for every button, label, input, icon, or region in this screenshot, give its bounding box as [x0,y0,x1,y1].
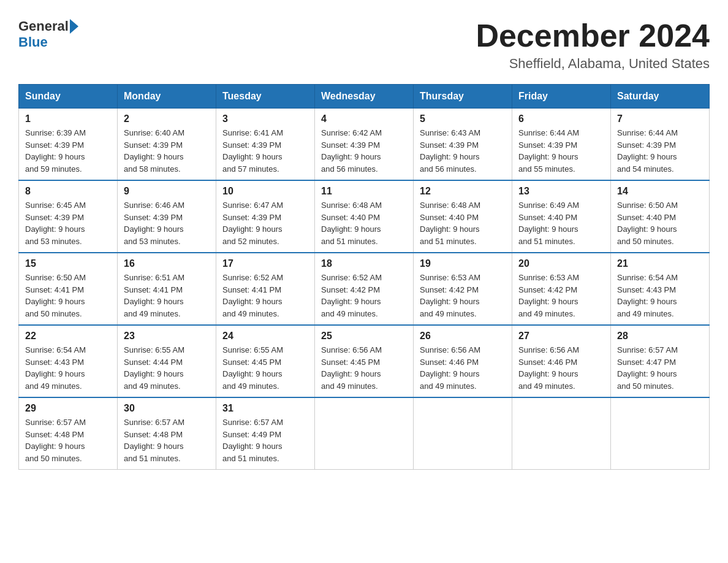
table-row: 5 Sunrise: 6:43 AM Sunset: 4:39 PM Dayli… [414,109,512,181]
day-info: Sunrise: 6:48 AM Sunset: 4:40 PM Dayligh… [321,201,382,246]
calendar-week-row: 8 Sunrise: 6:45 AM Sunset: 4:39 PM Dayli… [19,180,710,253]
table-row [611,397,710,470]
table-row: 22 Sunrise: 6:54 AM Sunset: 4:43 PM Dayl… [19,325,118,397]
table-row: 7 Sunrise: 6:44 AM Sunset: 4:39 PM Dayli… [611,109,710,181]
table-row: 21 Sunrise: 6:54 AM Sunset: 4:43 PM Dayl… [611,253,710,325]
table-row: 17 Sunrise: 6:52 AM Sunset: 4:41 PM Dayl… [216,253,315,325]
day-number: 30 [124,403,210,414]
day-info: Sunrise: 6:55 AM Sunset: 4:45 PM Dayligh… [222,345,283,391]
calendar-title: December 2024 [476,18,710,53]
col-saturday: Saturday [611,85,710,109]
day-info: Sunrise: 6:52 AM Sunset: 4:42 PM Dayligh… [321,273,382,318]
day-number: 2 [124,113,210,124]
table-row: 15 Sunrise: 6:50 AM Sunset: 4:41 PM Dayl… [19,253,118,325]
table-row: 20 Sunrise: 6:53 AM Sunset: 4:42 PM Dayl… [512,253,611,325]
table-row: 10 Sunrise: 6:47 AM Sunset: 4:39 PM Dayl… [216,180,315,253]
table-row: 12 Sunrise: 6:48 AM Sunset: 4:40 PM Dayl… [414,180,512,253]
table-row: 1 Sunrise: 6:39 AM Sunset: 4:39 PM Dayli… [19,109,118,181]
day-info: Sunrise: 6:41 AM Sunset: 4:39 PM Dayligh… [222,128,283,174]
table-row: 25 Sunrise: 6:56 AM Sunset: 4:45 PM Dayl… [315,325,414,397]
day-info: Sunrise: 6:43 AM Sunset: 4:39 PM Dayligh… [420,128,480,174]
day-info: Sunrise: 6:51 AM Sunset: 4:41 PM Dayligh… [124,273,184,318]
table-row: 11 Sunrise: 6:48 AM Sunset: 4:40 PM Dayl… [315,180,414,253]
table-row: 28 Sunrise: 6:57 AM Sunset: 4:47 PM Dayl… [611,325,710,397]
day-number: 18 [321,258,407,269]
calendar-subtitle: Sheffield, Alabama, United States [476,56,710,72]
title-block: December 2024 Sheffield, Alabama, United… [476,18,710,72]
day-number: 21 [617,258,703,269]
table-row: 23 Sunrise: 6:55 AM Sunset: 4:44 PM Dayl… [118,325,216,397]
table-row: 26 Sunrise: 6:56 AM Sunset: 4:46 PM Dayl… [414,325,512,397]
day-number: 23 [124,331,210,342]
calendar-header-row: Sunday Monday Tuesday Wednesday Thursday… [19,85,710,109]
day-info: Sunrise: 6:44 AM Sunset: 4:39 PM Dayligh… [617,128,678,174]
day-info: Sunrise: 6:56 AM Sunset: 4:46 PM Dayligh… [420,345,480,391]
day-info: Sunrise: 6:46 AM Sunset: 4:39 PM Dayligh… [124,201,184,246]
day-info: Sunrise: 6:54 AM Sunset: 4:43 PM Dayligh… [25,345,86,391]
col-tuesday: Tuesday [216,85,315,109]
table-row: 29 Sunrise: 6:57 AM Sunset: 4:48 PM Dayl… [19,397,118,470]
table-row: 4 Sunrise: 6:42 AM Sunset: 4:39 PM Dayli… [315,109,414,181]
day-info: Sunrise: 6:57 AM Sunset: 4:47 PM Dayligh… [617,345,678,391]
day-number: 29 [25,403,111,414]
table-row [512,397,611,470]
day-number: 4 [321,113,407,124]
col-friday: Friday [512,85,611,109]
day-info: Sunrise: 6:56 AM Sunset: 4:45 PM Dayligh… [321,345,382,391]
day-number: 8 [25,186,111,197]
day-info: Sunrise: 6:49 AM Sunset: 4:40 PM Dayligh… [518,201,579,246]
day-info: Sunrise: 6:55 AM Sunset: 4:44 PM Dayligh… [124,345,184,391]
day-number: 17 [222,258,308,269]
table-row: 3 Sunrise: 6:41 AM Sunset: 4:39 PM Dayli… [216,109,315,181]
col-monday: Monday [118,85,216,109]
day-info: Sunrise: 6:40 AM Sunset: 4:39 PM Dayligh… [124,128,184,174]
day-number: 24 [222,331,308,342]
day-info: Sunrise: 6:44 AM Sunset: 4:39 PM Dayligh… [518,128,579,174]
day-number: 1 [25,113,111,124]
day-number: 9 [124,186,210,197]
logo-arrow-icon [70,19,78,34]
day-number: 10 [222,186,308,197]
day-number: 19 [420,258,506,269]
day-info: Sunrise: 6:53 AM Sunset: 4:42 PM Dayligh… [420,273,480,318]
day-number: 13 [518,186,604,197]
day-info: Sunrise: 6:57 AM Sunset: 4:49 PM Dayligh… [222,418,283,463]
day-number: 20 [518,258,604,269]
calendar-table: Sunday Monday Tuesday Wednesday Thursday… [18,84,710,470]
table-row: 2 Sunrise: 6:40 AM Sunset: 4:39 PM Dayli… [118,109,216,181]
table-row: 27 Sunrise: 6:56 AM Sunset: 4:46 PM Dayl… [512,325,611,397]
day-number: 27 [518,331,604,342]
day-number: 15 [25,258,111,269]
day-number: 6 [518,113,604,124]
col-thursday: Thursday [414,85,512,109]
day-info: Sunrise: 6:53 AM Sunset: 4:42 PM Dayligh… [518,273,579,318]
day-info: Sunrise: 6:56 AM Sunset: 4:46 PM Dayligh… [518,345,579,391]
day-number: 3 [222,113,308,124]
day-info: Sunrise: 6:39 AM Sunset: 4:39 PM Dayligh… [25,128,86,174]
table-row: 16 Sunrise: 6:51 AM Sunset: 4:41 PM Dayl… [118,253,216,325]
calendar-week-row: 1 Sunrise: 6:39 AM Sunset: 4:39 PM Dayli… [19,109,710,181]
table-row: 9 Sunrise: 6:46 AM Sunset: 4:39 PM Dayli… [118,180,216,253]
day-info: Sunrise: 6:45 AM Sunset: 4:39 PM Dayligh… [25,201,86,246]
day-info: Sunrise: 6:52 AM Sunset: 4:41 PM Dayligh… [222,273,283,318]
page-header: General Blue December 2024 Sheffield, Al… [18,18,710,72]
day-number: 26 [420,331,506,342]
table-row: 18 Sunrise: 6:52 AM Sunset: 4:42 PM Dayl… [315,253,414,325]
logo-blue-text: Blue [18,34,48,50]
day-number: 16 [124,258,210,269]
day-number: 31 [222,403,308,414]
day-info: Sunrise: 6:54 AM Sunset: 4:43 PM Dayligh… [617,273,678,318]
calendar-week-row: 29 Sunrise: 6:57 AM Sunset: 4:48 PM Dayl… [19,397,710,470]
calendar-week-row: 22 Sunrise: 6:54 AM Sunset: 4:43 PM Dayl… [19,325,710,397]
day-number: 14 [617,186,703,197]
table-row: 19 Sunrise: 6:53 AM Sunset: 4:42 PM Dayl… [414,253,512,325]
day-info: Sunrise: 6:50 AM Sunset: 4:41 PM Dayligh… [25,273,86,318]
col-wednesday: Wednesday [315,85,414,109]
day-info: Sunrise: 6:42 AM Sunset: 4:39 PM Dayligh… [321,128,382,174]
day-info: Sunrise: 6:48 AM Sunset: 4:40 PM Dayligh… [420,201,480,246]
table-row: 8 Sunrise: 6:45 AM Sunset: 4:39 PM Dayli… [19,180,118,253]
table-row: 24 Sunrise: 6:55 AM Sunset: 4:45 PM Dayl… [216,325,315,397]
calendar-week-row: 15 Sunrise: 6:50 AM Sunset: 4:41 PM Dayl… [19,253,710,325]
day-info: Sunrise: 6:57 AM Sunset: 4:48 PM Dayligh… [25,418,86,463]
table-row: 30 Sunrise: 6:57 AM Sunset: 4:48 PM Dayl… [118,397,216,470]
